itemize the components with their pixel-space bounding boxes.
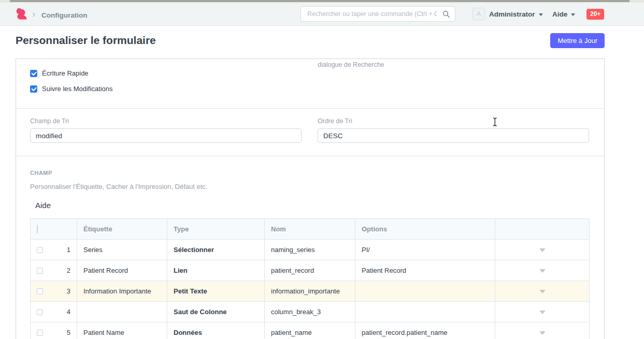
checkbox-checked-icon[interactable] xyxy=(30,85,37,93)
update-button[interactable]: Mettre à Jour xyxy=(550,33,605,48)
search-icon[interactable] xyxy=(442,10,450,18)
app-logo-squirrel-icon[interactable] xyxy=(15,7,28,22)
column-header-edit xyxy=(495,219,590,240)
cell-name[interactable]: column_break_3 xyxy=(265,302,355,322)
row-checkbox[interactable] xyxy=(37,288,43,294)
chevron-down-icon xyxy=(539,331,546,335)
row-index: 3 xyxy=(67,287,70,295)
table-row-highlighted[interactable]: 3 Information Importante Petit Texte inf… xyxy=(31,281,590,302)
checkbox-label: Suivre les Modifications xyxy=(42,85,113,93)
cell-name[interactable]: information_importante xyxy=(265,281,355,302)
chevron-down-icon xyxy=(571,13,575,16)
cell-type[interactable]: Lien xyxy=(167,260,265,281)
column-header-type: Type xyxy=(167,219,265,240)
row-index: 5 xyxy=(67,329,70,336)
cell-type[interactable]: Sélectionner xyxy=(167,240,265,260)
row-expand-button[interactable] xyxy=(495,281,590,302)
fields-section: CHAMP Personnaliser l'Étiquette, Cacher … xyxy=(16,156,604,339)
row-index: 2 xyxy=(67,267,70,274)
grid-header-row: Étiquette Type Nom Options xyxy=(31,219,590,240)
search-input[interactable] xyxy=(301,7,455,21)
chevron-down-icon xyxy=(539,290,546,293)
cell-label[interactable]: Patient Record xyxy=(77,260,167,281)
cell-options[interactable] xyxy=(355,281,495,302)
checkbox-label: Écriture Rapide xyxy=(42,69,89,77)
help-menu[interactable]: Aide xyxy=(552,10,575,18)
sort-order-label: Ordre de Tri xyxy=(318,117,352,125)
section-heading: CHAMP xyxy=(30,170,52,176)
cell-options[interactable]: patient_record.patient_name xyxy=(355,322,495,339)
cell-options[interactable]: Patient Record xyxy=(355,260,495,281)
cell-name[interactable]: naming_series xyxy=(265,240,355,260)
sort-field-input[interactable] xyxy=(30,128,302,143)
chevron-down-icon xyxy=(539,13,543,16)
cell-options[interactable]: PI/ xyxy=(355,240,495,260)
table-row[interactable]: 4 Saut de Colonne column_break_3 xyxy=(31,302,590,322)
select-all-checkbox[interactable] xyxy=(37,225,38,233)
cell-type[interactable]: Saut de Colonne xyxy=(167,302,265,322)
quick-entry-checkbox-row[interactable]: Écriture Rapide xyxy=(30,69,89,77)
cell-options[interactable] xyxy=(355,302,495,322)
progress-bar xyxy=(10,0,629,2)
page-head: Personnaliser le formulaire Mettre à Jou… xyxy=(0,26,644,58)
cell-type[interactable]: Données xyxy=(167,322,265,339)
fields-grid: Étiquette Type Nom Options 1 Series Séle… xyxy=(30,218,590,339)
avatar[interactable]: A xyxy=(473,8,485,20)
help-menu-label: Aide xyxy=(552,10,567,18)
cell-type[interactable]: Petit Texte xyxy=(167,281,265,302)
chevron-down-icon xyxy=(539,248,546,252)
customize-form-page: { "navbar": { "breadcrumb": "Configurati… xyxy=(0,0,644,339)
track-changes-checkbox-row[interactable]: Suivre les Modifications xyxy=(30,85,113,93)
section-description: Personnaliser l'Étiquette, Cacher à l'Im… xyxy=(30,183,207,190)
user-menu[interactable]: Administrator xyxy=(489,10,543,18)
row-checkbox[interactable] xyxy=(37,330,43,336)
options-section: dialogue de Recherche Écriture Rapide Su… xyxy=(16,59,604,108)
row-checkbox[interactable] xyxy=(37,247,43,253)
text-cursor-icon xyxy=(492,117,498,127)
cell-name[interactable]: patient_name xyxy=(265,322,355,339)
row-expand-button[interactable] xyxy=(495,322,590,339)
column-header-name: Nom xyxy=(265,219,355,240)
cell-label[interactable]: Patient Name xyxy=(77,322,167,339)
page-title: Personnaliser le formulaire xyxy=(16,34,156,47)
table-row[interactable]: 1 Series Sélectionner naming_series PI/ xyxy=(31,240,590,260)
chevron-down-icon xyxy=(539,311,546,314)
global-search xyxy=(300,6,455,22)
sort-section: Champ de Tri Ordre de Tri xyxy=(16,108,604,156)
cell-name[interactable]: patient_record xyxy=(265,260,355,281)
row-checkbox[interactable] xyxy=(37,268,43,274)
chevron-down-icon xyxy=(539,269,546,273)
row-expand-button[interactable] xyxy=(495,260,590,281)
navbar: › Configuration A Administrator Aide 20+ xyxy=(0,3,644,26)
cell-label[interactable]: Information Importante xyxy=(77,281,167,302)
cell-label[interactable] xyxy=(77,302,167,322)
form-card: dialogue de Recherche Écriture Rapide Su… xyxy=(16,58,605,339)
checkbox-checked-icon[interactable] xyxy=(30,70,37,77)
column-header-options: Options xyxy=(355,219,495,240)
notifications-badge[interactable]: 20+ xyxy=(586,9,604,20)
table-row[interactable]: 5 Patient Name Données patient_name pati… xyxy=(31,322,590,339)
row-index: 1 xyxy=(67,246,70,254)
column-header-label: Étiquette xyxy=(77,219,167,240)
sort-order-input[interactable] xyxy=(318,128,589,143)
row-expand-button[interactable] xyxy=(495,302,590,322)
row-index: 4 xyxy=(67,308,70,316)
search-dialog-help-text: dialogue de Recherche xyxy=(318,61,384,68)
row-expand-button[interactable] xyxy=(495,240,590,260)
breadcrumb-chevron-icon: › xyxy=(32,8,35,20)
user-menu-label: Administrator xyxy=(489,10,535,18)
row-checkbox[interactable] xyxy=(37,309,43,315)
grid-help-link[interactable]: Aide xyxy=(35,201,51,210)
breadcrumb[interactable]: Configuration xyxy=(41,11,87,19)
cell-label[interactable]: Series xyxy=(77,240,167,260)
sort-field-label: Champ de Tri xyxy=(30,117,69,125)
table-row[interactable]: 2 Patient Record Lien patient_record Pat… xyxy=(31,260,590,281)
